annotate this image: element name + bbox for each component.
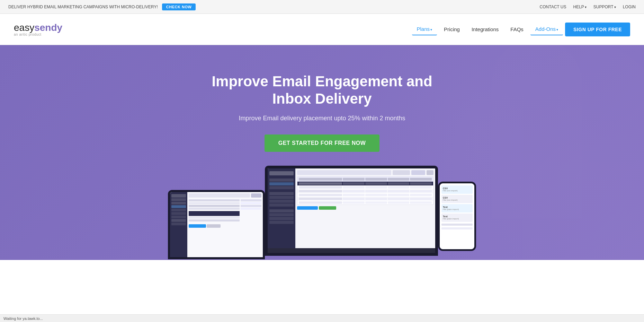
login-link[interactable]: LOGIN — [623, 5, 636, 9]
device-tablet — [168, 190, 265, 259]
main-nav: easysendy an aritic product Plans▾ Prici… — [0, 14, 644, 45]
logo-subtitle: an aritic product — [14, 33, 62, 36]
hero-title: Improve Email Engagement and Inbox Deliv… — [190, 73, 454, 108]
check-now-button[interactable]: CHECK NOW — [162, 3, 196, 10]
nav-plans[interactable]: Plans▾ — [412, 23, 437, 35]
signup-button[interactable]: SIGN UP FOR FREE — [565, 23, 630, 36]
device-phone: CSVFile (csv import) CSVFile (csv import… — [438, 182, 476, 251]
cta-button[interactable]: GET STARTED FOR FREE NOW — [265, 134, 380, 152]
nav-links: Plans▾ Pricing Integrations FAQs Add-Ons… — [412, 23, 630, 36]
announcement-text: DELIVER HYBRID EMAIL MARKETING CAMPAIGNS… — [8, 5, 158, 9]
tablet-screen — [170, 192, 263, 257]
logo[interactable]: easysendy an aritic product — [14, 22, 62, 36]
help-dropdown-icon: ▾ — [585, 5, 587, 9]
logo-easy: easy — [14, 22, 34, 33]
hero-section: Improve Email Engagement and Inbox Deliv… — [0, 45, 644, 260]
top-bar-left: DELIVER HYBRID EMAIL MARKETING CAMPAIGNS… — [8, 3, 196, 10]
contact-us-link[interactable]: CONTACT US — [540, 5, 566, 9]
laptop-screen — [268, 168, 435, 248]
logo-sendy: sendy — [34, 22, 62, 33]
addons-dropdown-icon: ▾ — [556, 28, 558, 32]
nav-integrations[interactable]: Integrations — [467, 24, 503, 35]
laptop-base — [265, 248, 438, 253]
device-laptop — [265, 166, 438, 256]
logo-text: easysendy — [14, 22, 62, 33]
support-link[interactable]: SUPPORT▾ — [593, 5, 616, 9]
top-bar-right: CONTACT US HELP▾ SUPPORT▾ LOGIN — [540, 5, 636, 9]
top-bar: DELIVER HYBRID EMAIL MARKETING CAMPAIGNS… — [0, 0, 644, 14]
support-dropdown-icon: ▾ — [614, 5, 616, 9]
devices-area: CSVFile (csv import) CSVFile (csv import… — [0, 166, 644, 256]
nav-pricing[interactable]: Pricing — [439, 24, 465, 35]
plans-dropdown-icon: ▾ — [430, 28, 432, 32]
nav-faqs[interactable]: FAQs — [506, 24, 528, 35]
nav-addons[interactable]: Add-Ons▾ — [530, 23, 563, 35]
help-link[interactable]: HELP▾ — [573, 5, 587, 9]
hero-content: Improve Email Engagement and Inbox Deliv… — [184, 73, 460, 152]
hero-subtitle: Improve Email delivery placement upto 25… — [190, 115, 454, 122]
phone-screen: CSVFile (csv import) CSVFile (csv import… — [440, 183, 474, 249]
